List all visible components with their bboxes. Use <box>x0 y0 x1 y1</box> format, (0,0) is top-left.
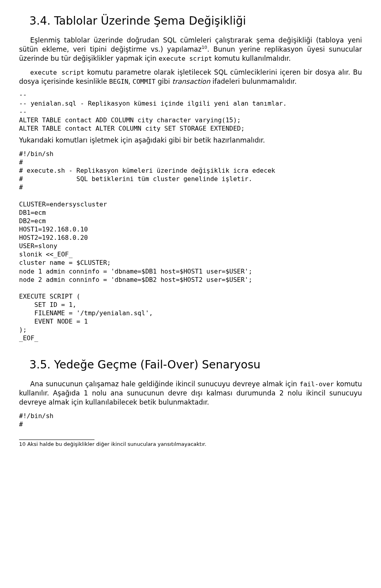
paragraph-3: Yukarıdaki komutları işletmek için aşağı… <box>19 136 362 145</box>
inline-code-commit: COMMIT <box>133 78 156 85</box>
paragraph-4: Ana sunucunun çalışamaz hale geldiğinde … <box>19 380 362 407</box>
code-block-shell-failover: #!/bin/sh # <box>19 412 362 428</box>
inline-code-execute-script: execute script <box>159 55 212 62</box>
inline-code-begin: BEGIN <box>109 78 128 85</box>
footnote-separator <box>19 440 94 440</box>
italic-transaction: transaction <box>172 77 210 85</box>
inline-code-failover: fail-over <box>300 380 334 388</box>
para4-text-a: Ana sunucunun çalışamaz hale geldiğinde … <box>30 380 300 388</box>
section-heading-3-4: 3.4. Tablolar Üzerinde Şema Değişikliği <box>19 13 362 29</box>
section-heading-3-5: 3.5. Yedeğe Geçme (Fail-Over) Senaryosu <box>19 357 362 372</box>
para2-sep: , <box>128 77 133 85</box>
para2-text-c: ifadeleri bulunmamalıdır. <box>210 77 297 85</box>
inline-code-execute-script-2: execute script <box>30 69 85 76</box>
footnote-10: 10 Aksi halde bu değişiklikler diğer iki… <box>19 441 362 448</box>
paragraph-1: Eşlenmiş tablolar üzerinde doğrudan SQL … <box>19 36 362 63</box>
code-block-sql: -- -- yenialan.sql - Replikasyon kümesi … <box>19 91 362 133</box>
para2-text-b: gibi <box>156 77 172 85</box>
footnote-ref-10: 10 <box>202 45 207 50</box>
code-block-shell-execute: #!/bin/sh # # execute.sh - Replikasyon k… <box>19 150 362 343</box>
para1-text-c: komutu kullanılmalıdır. <box>212 54 291 62</box>
paragraph-2: execute script komutu parametre olarak i… <box>19 68 362 86</box>
